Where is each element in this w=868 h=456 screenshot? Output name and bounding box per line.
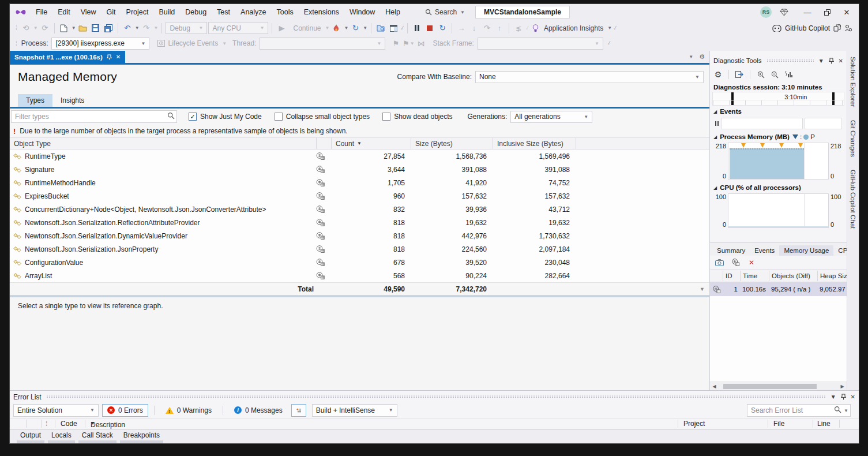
hot-reload-flame-icon[interactable] bbox=[330, 23, 342, 34]
search-icon[interactable] bbox=[167, 112, 175, 119]
solution-platform-combo[interactable]: Any CPU▼ bbox=[208, 22, 268, 34]
tab-types[interactable]: Types bbox=[18, 94, 52, 107]
menu-item-analyze[interactable]: Analyze bbox=[235, 6, 271, 18]
cpu-chart-plot[interactable] bbox=[728, 193, 829, 228]
instance-counter-icon[interactable] bbox=[316, 219, 325, 226]
checkbox-icon[interactable] bbox=[275, 113, 283, 121]
overflow-icon[interactable]: ⸔ bbox=[526, 25, 529, 31]
flag-icon[interactable]: ⚑ bbox=[390, 38, 401, 49]
code-map-icon[interactable]: ⋦ bbox=[513, 23, 524, 34]
counter-cell[interactable] bbox=[316, 245, 331, 253]
scroll-right-icon[interactable]: ▶ bbox=[838, 384, 847, 389]
counter-cell[interactable] bbox=[316, 166, 331, 173]
continue-icon[interactable]: ▶ bbox=[276, 23, 287, 34]
menu-item-debug[interactable]: Debug bbox=[180, 6, 212, 18]
instance-counter-icon[interactable] bbox=[316, 259, 325, 266]
instance-counter-icon[interactable] bbox=[316, 245, 325, 253]
new-file-icon[interactable] bbox=[58, 23, 70, 34]
step-out-icon[interactable]: ↑ bbox=[494, 23, 505, 34]
close-icon[interactable]: ✕ bbox=[851, 394, 855, 400]
object-type-row[interactable]: Newtonsoft.Json.Serialization.DynamicVal… bbox=[10, 229, 709, 242]
counter-cell[interactable] bbox=[316, 192, 331, 200]
account-avatar[interactable]: RS bbox=[760, 6, 772, 18]
break-all-icon[interactable] bbox=[411, 23, 423, 34]
export-icon[interactable] bbox=[734, 69, 745, 80]
reset-view-chart-icon[interactable] bbox=[783, 69, 794, 80]
counter-cell[interactable] bbox=[316, 232, 331, 240]
cpu-section-header[interactable]: ◢ CPU (% of all processors) bbox=[710, 182, 847, 192]
show-next-statement-icon[interactable]: → bbox=[456, 23, 467, 34]
lifecycle-events-label[interactable]: Lifecycle Events bbox=[168, 39, 218, 47]
zoom-in-icon[interactable] bbox=[755, 69, 766, 80]
restart-application-icon[interactable]: ↻ bbox=[350, 23, 361, 34]
column-icon[interactable] bbox=[316, 138, 331, 149]
column-id[interactable]: ID bbox=[723, 271, 740, 281]
collapse-triangle-icon[interactable]: ◢ bbox=[713, 109, 717, 114]
delete-snapshot-icon[interactable]: ✕ bbox=[746, 257, 757, 268]
open-folder-icon[interactable] bbox=[77, 23, 89, 34]
navigate-forward-icon[interactable]: ⟳ bbox=[39, 23, 51, 34]
application-insights-lightbulb-icon[interactable] bbox=[530, 23, 542, 34]
column-line[interactable]: Line bbox=[817, 420, 831, 428]
column-file[interactable]: File bbox=[773, 420, 784, 428]
session-timeline[interactable]: 3:10min bbox=[712, 92, 844, 106]
checkbox-show-dead[interactable]: Show dead objects bbox=[382, 113, 452, 121]
diag-tab-events[interactable]: Events bbox=[750, 245, 779, 256]
checkbox-icon[interactable]: ✓ bbox=[189, 113, 197, 121]
table-scrollbar-caret[interactable]: ▼ bbox=[576, 286, 709, 292]
column-size[interactable]: Size (Bytes) bbox=[411, 138, 493, 149]
github-copilot-control[interactable]: GitHub Copilot bbox=[772, 24, 852, 32]
object-type-row[interactable]: RuntimeType27,8541,568,7361,569,496 bbox=[10, 149, 709, 163]
save-all-icon[interactable] bbox=[103, 23, 114, 34]
overflow-icon-2[interactable]: ⸔ bbox=[614, 25, 617, 31]
solution-configuration-combo[interactable]: Debug▼ bbox=[166, 22, 207, 34]
stop-debugging-icon[interactable] bbox=[424, 23, 435, 34]
panel-drag-texture[interactable] bbox=[766, 59, 814, 63]
filter-button[interactable] bbox=[291, 404, 306, 417]
build-intellisense-combo[interactable]: Build + IntelliSense▼ bbox=[312, 404, 397, 417]
instance-counter-icon[interactable] bbox=[316, 152, 325, 160]
instance-counter-icon[interactable] bbox=[316, 179, 325, 186]
save-icon[interactable] bbox=[90, 23, 102, 34]
object-type-row[interactable]: RuntimeMethodHandle1,70541,92074,752 bbox=[10, 176, 709, 189]
panel-drag-texture[interactable] bbox=[46, 395, 826, 399]
continue-label[interactable]: Continue bbox=[293, 24, 321, 32]
step-over-icon[interactable]: ↷ bbox=[481, 23, 493, 34]
window-layout-icon[interactable] bbox=[388, 23, 399, 34]
menu-item-project[interactable]: Project bbox=[121, 6, 154, 18]
bottom-tab-call-stack[interactable]: Call Stack bbox=[78, 431, 117, 443]
events-lane-segment[interactable] bbox=[721, 118, 803, 129]
active-files-dropdown-icon[interactable]: ▼ bbox=[689, 54, 693, 59]
scope-combo[interactable]: Entire Solution▼ bbox=[13, 404, 99, 417]
counter-cell[interactable] bbox=[316, 205, 331, 213]
object-type-row[interactable]: ArrayList56890,224282,664 bbox=[10, 269, 709, 282]
checkbox-icon[interactable] bbox=[382, 113, 390, 121]
snapshot-document-tab[interactable]: Snapshot #1 ...exe (100.16s) ✕ bbox=[10, 51, 125, 63]
diag-tab-summary[interactable]: Summary bbox=[712, 245, 750, 256]
menu-item-window[interactable]: Window bbox=[344, 6, 380, 18]
toolbar-grip[interactable]: ⁞ bbox=[16, 25, 17, 31]
side-tab-solution-explorer[interactable]: Solution Explorer bbox=[850, 57, 856, 107]
events-section-header[interactable]: ◢ Events bbox=[710, 106, 847, 116]
instance-counter-icon[interactable] bbox=[316, 205, 325, 213]
panel-menu-icon[interactable]: ▼ bbox=[831, 394, 836, 400]
scrollbar-track[interactable] bbox=[719, 382, 838, 390]
counter-cell[interactable] bbox=[316, 259, 331, 266]
thread-combo[interactable]: ▼ bbox=[260, 38, 385, 50]
menu-item-help[interactable]: Help bbox=[380, 6, 405, 18]
redo-icon[interactable]: ↷ bbox=[141, 23, 152, 34]
toolbar-overflow-icon[interactable]: ⸔ bbox=[608, 40, 611, 46]
panel-menu-icon[interactable]: ▼ bbox=[818, 58, 824, 64]
bottom-tab-locals[interactable]: Locals bbox=[48, 431, 75, 443]
take-snapshot-camera-icon[interactable] bbox=[713, 257, 725, 268]
column-project[interactable]: Project bbox=[683, 420, 705, 428]
scroll-left-icon[interactable]: ◀ bbox=[710, 384, 719, 389]
pin-icon[interactable] bbox=[107, 54, 112, 60]
diag-tab-cpu[interactable]: CPU bbox=[833, 245, 847, 256]
collapse-triangle-icon[interactable]: ◢ bbox=[713, 134, 717, 140]
pause-events-icon[interactable] bbox=[715, 120, 719, 127]
checkbox-just-my-code[interactable]: ✓ Show Just My Code bbox=[189, 113, 262, 121]
navigate-back-icon[interactable]: ⟲ bbox=[20, 23, 32, 34]
search-control[interactable]: Search ▼ bbox=[420, 6, 469, 18]
checkbox-collapse-small[interactable]: Collapse small object types bbox=[275, 113, 370, 121]
